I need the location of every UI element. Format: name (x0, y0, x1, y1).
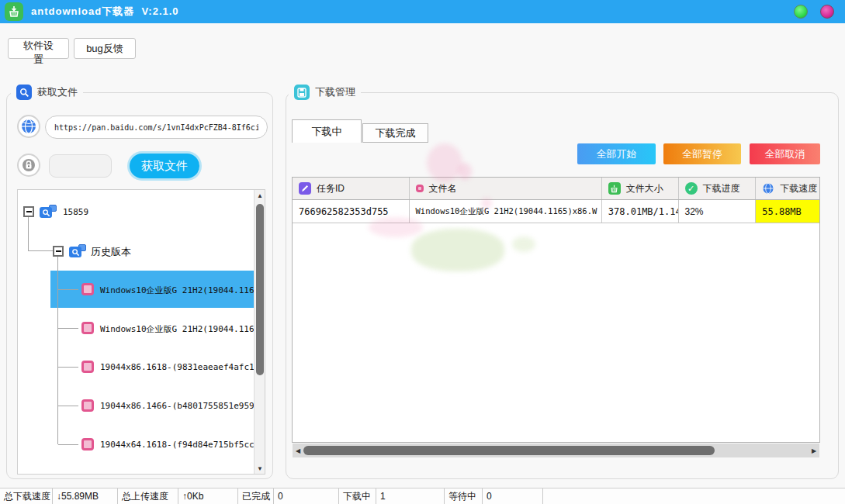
app-logo-icon (5, 2, 23, 21)
file-cube-icon (416, 185, 424, 192)
url-input[interactable] (45, 116, 268, 139)
cell-task-id: 766962582353d755 (293, 200, 410, 223)
extract-code-input[interactable] (49, 154, 112, 178)
app-window: antdownload下载器 V:2.1.0 软件设置 bug反馈 获取文件 获… (0, 0, 845, 504)
scroll-down-icon[interactable]: ▼ (255, 463, 265, 474)
cell-progress: 32% (679, 200, 757, 223)
file-cube-icon (81, 361, 94, 373)
status-total-upload-speed-value: ↑0Kb (178, 488, 238, 504)
tree-connector (57, 257, 58, 444)
tree-item[interactable]: Windows10企业版G 21H2(19044.1165)x (100, 285, 265, 296)
tree-root-label[interactable]: 15859 (63, 207, 88, 217)
status-completed-value: 0 (274, 488, 339, 504)
folder-search-icon (69, 244, 86, 258)
settings-button[interactable]: 软件设置 (8, 38, 69, 59)
tree-scrollbar-thumb[interactable] (256, 204, 264, 375)
tab-downloading[interactable]: 下载中 (292, 119, 362, 143)
tree-connector (58, 289, 78, 290)
ant-basket-icon (608, 182, 621, 195)
tree-expander-root[interactable] (23, 206, 34, 217)
tree-folder-label[interactable]: 历史版本 (91, 245, 131, 259)
download-table: 任务ID 文件名 文件大小 ✓ 下载进度 下载速度 (292, 177, 820, 443)
cell-file-size: 378.01MB/1.14 (602, 200, 679, 223)
tab-download-complete[interactable]: 下载完成 (362, 123, 428, 143)
pencil-icon (299, 182, 311, 195)
magnifier-icon (16, 85, 32, 100)
cell-speed: 55.88MB (756, 200, 819, 223)
file-cube-icon (81, 283, 94, 295)
check-icon: ✓ (685, 182, 698, 195)
tree-item[interactable]: Windows10企业版G 21H2(19044.1165)x (100, 323, 265, 335)
download-row[interactable]: 766962582353d755 Windows10企业版G 21H2(1904… (293, 200, 819, 223)
cancel-all-button[interactable]: 全部取消 (750, 143, 820, 164)
tree-connector (28, 217, 29, 251)
status-total-download-speed-value: ↓55.89MB (53, 488, 118, 504)
status-waiting-label: 等待中 (445, 488, 483, 504)
cell-file-name: Windows10企业版G 21H2(19044.1165)x86.W (410, 200, 602, 223)
fetch-file-button[interactable]: 获取文件 (130, 154, 199, 178)
file-cube-icon (81, 322, 94, 334)
tree-connector (58, 367, 78, 368)
scroll-right-icon[interactable]: ▶ (809, 444, 819, 457)
file-cube-icon (81, 438, 94, 450)
bug-feedback-button[interactable]: bug反馈 (74, 38, 136, 59)
download-manage-group-title: 下载管理 (315, 85, 355, 99)
column-speed[interactable]: 下载速度 (756, 178, 819, 199)
start-all-button[interactable]: 全部丌始 (577, 143, 656, 164)
tree-connector (58, 406, 78, 406)
file-cube-icon (81, 399, 94, 412)
tree-scrollbar[interactable]: ▲ ▼ (254, 190, 265, 474)
tree-connector (58, 444, 78, 445)
statusbar: 总下载速度 ↓55.89MB 总上传速度 ↑0Kb 已完成 0 下载中 1 等待… (0, 488, 845, 504)
tree-item[interactable]: 19044x86.1618-(9831eaeaef4afc1004c (100, 362, 265, 372)
close-button[interactable] (820, 5, 834, 19)
status-total-upload-speed-label: 总上传速度 (118, 488, 178, 504)
tree-connector (58, 328, 78, 329)
scroll-up-icon[interactable]: ▲ (255, 190, 265, 201)
status-downloading-label: 下载中 (339, 488, 376, 504)
download-manage-group-label: 下载管理 (289, 84, 361, 101)
column-progress[interactable]: ✓ 下载进度 (679, 178, 757, 199)
status-total-download-speed-label: 总下载速度 (0, 488, 53, 504)
column-file-name[interactable]: 文件名 (410, 178, 602, 199)
status-downloading-value: 1 (376, 488, 445, 504)
pause-all-button[interactable]: 全部暂停 (663, 143, 741, 164)
minimize-button[interactable] (794, 5, 808, 19)
file-tree: 15859 历史版本 Windows10企业版G 21H2(19044.1165… (17, 189, 265, 475)
lock-icon (17, 154, 40, 177)
globe-icon (17, 115, 40, 138)
table-horizontal-scrollbar[interactable]: ◀ ▶ (293, 444, 819, 457)
clipboard-icon (294, 85, 310, 100)
status-completed-label: 已完成 (238, 488, 274, 504)
globe-icon (762, 182, 774, 195)
fetch-file-group-title: 获取文件 (37, 85, 78, 99)
tree-expander-folder[interactable] (53, 246, 64, 257)
folder-search-icon (40, 205, 57, 219)
column-file-size[interactable]: 文件大小 (602, 178, 679, 199)
tree-connector (28, 250, 53, 251)
scroll-left-icon[interactable]: ◀ (293, 444, 303, 457)
fetch-file-group-label: 获取文件 (11, 84, 83, 101)
table-scrollbar-thumb[interactable] (303, 446, 715, 455)
window-title: antdownload下载器 V:2.1.0 (31, 5, 179, 19)
column-task-id[interactable]: 任务ID (293, 178, 410, 199)
tree-item[interactable]: 19044x86.1466-(b4801755851e9598166 (100, 401, 265, 411)
table-header: 任务ID 文件名 文件大小 ✓ 下载进度 下载速度 (293, 178, 819, 200)
titlebar[interactable]: antdownload下载器 V:2.1.0 (0, 0, 845, 23)
tree-item[interactable]: 19044x64.1618-(f94d84e715bf5cc707d (100, 440, 265, 450)
status-waiting-value: 0 (483, 488, 543, 504)
